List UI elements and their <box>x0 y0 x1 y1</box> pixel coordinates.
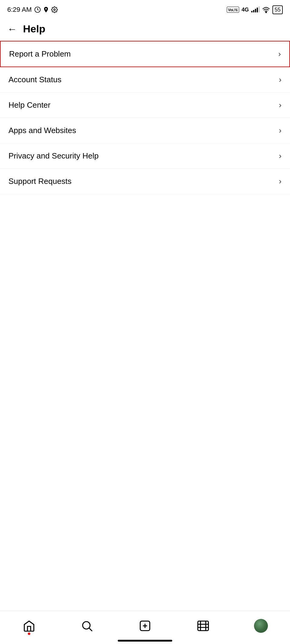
reels-icon <box>195 618 211 634</box>
extra-icon <box>43 6 49 13</box>
chevron-icon: › <box>279 75 282 84</box>
menu-item-apps-websites[interactable]: Apps and Websites › <box>0 118 290 143</box>
home-icon <box>21 618 37 634</box>
status-time: 6:29 AM <box>7 6 32 14</box>
nav-home[interactable] <box>21 618 37 634</box>
clock-icon <box>34 6 41 13</box>
wifi-icon <box>262 6 270 13</box>
nav-create[interactable] <box>137 618 153 634</box>
chevron-icon: › <box>279 126 282 135</box>
nav-reels[interactable] <box>195 618 211 634</box>
menu-item-support-requests[interactable]: Support Requests › <box>0 169 290 194</box>
search-icon <box>79 618 95 634</box>
svg-point-3 <box>83 622 90 629</box>
fourg-badge: 4G <box>242 7 249 13</box>
svg-line-4 <box>89 628 92 631</box>
battery-indicator: 55 <box>272 5 283 14</box>
status-right-icons: VoLTE 4G 55 <box>227 5 283 14</box>
chevron-icon: › <box>279 151 282 161</box>
chevron-icon: › <box>278 49 281 59</box>
header: ← Help <box>0 18 290 41</box>
svg-point-1 <box>54 9 55 11</box>
back-button[interactable]: ← <box>7 24 17 34</box>
svg-point-2 <box>265 12 266 13</box>
chevron-icon: › <box>279 177 282 186</box>
create-icon <box>137 618 153 634</box>
bottom-nav <box>0 611 290 644</box>
nav-search[interactable] <box>79 618 95 634</box>
home-notification-dot <box>28 633 30 635</box>
menu-item-account-status[interactable]: Account Status › <box>0 67 290 93</box>
settings-icon <box>51 6 58 13</box>
signal-bars <box>251 7 260 12</box>
status-bar: 6:29 AM VoLTE 4G <box>0 0 290 18</box>
chevron-icon: › <box>279 100 282 110</box>
menu-item-privacy-security[interactable]: Privacy and Security Help › <box>0 143 290 169</box>
menu-item-report-problem[interactable]: Report a Problem › <box>0 41 290 67</box>
page-title: Help <box>23 23 45 35</box>
volte-badge: VoLTE <box>227 7 239 13</box>
home-indicator <box>118 640 172 642</box>
svg-rect-8 <box>198 621 208 631</box>
avatar <box>254 619 268 633</box>
menu-list: Report a Problem › Account Status › Help… <box>0 41 290 644</box>
nav-profile[interactable] <box>253 618 269 634</box>
menu-item-help-center[interactable]: Help Center › <box>0 93 290 118</box>
profile-icon <box>253 618 269 634</box>
